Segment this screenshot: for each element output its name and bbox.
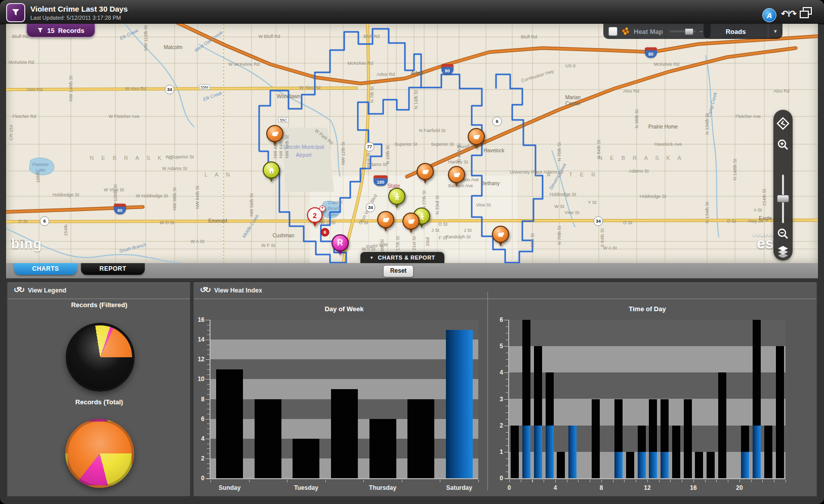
chart-tod-bar-14[interactable] [672,426,680,478]
chart-tod-filtered-bar-1[interactable] [522,426,530,478]
chart-tod-filtered-bar-9[interactable] [614,452,623,478]
legend-panel-title: View Legend [28,287,66,294]
layers-icon[interactable] [776,244,790,258]
share-links-icon[interactable]: ↶i↷ [781,9,796,19]
records-count-badge[interactable]: 15 Records [26,24,95,37]
interstate-shield: 180 [374,176,388,186]
map-canvas[interactable]: Bluff RdW Bluff RdBluff RdBluff RdW Bluf… [6,24,818,263]
tab-report[interactable]: REPORT [81,263,145,275]
zoom-slider-handle[interactable] [777,195,789,202]
heat-panel-title: View Heat Index [214,287,262,294]
x-tick-label: 0 [508,484,511,491]
chart-tod-filtered-bar-2[interactable] [534,426,542,478]
chart-tod-filtered-bar-20[interactable] [741,452,749,478]
y-tick-label: 8 [191,396,204,403]
x-tick-label: 8 [600,484,603,491]
cluster-expand-icon[interactable]: + [319,205,325,212]
records-label: Records [58,27,85,34]
us-route-shield: 34 [594,217,603,226]
basemap-label: Roads [704,28,768,35]
route-shield-red: 6 [321,228,329,237]
chart-tod-filtered-bar-3[interactable] [546,426,554,478]
legend-panel: ↺↻ View Legend Records (Filtered) Record… [7,282,190,496]
pie-records-filtered[interactable] [66,323,135,392]
slider-minus: – [699,28,703,35]
y-tick-label: 5 [490,343,503,350]
zoom-in-icon[interactable] [776,138,790,151]
charts-report-toggle[interactable]: ▼ CHARTS & REPORT [360,252,444,263]
y-tick-label: 2 [191,455,204,462]
bottom-dock: ↺↻ View Legend Records (Filtered) Record… [6,278,818,499]
app-funnel-icon [6,3,25,22]
chart-dow-bar-Wednesday[interactable] [331,389,358,478]
chart-dow-bar-Friday[interactable] [407,399,434,479]
windows-overlap-icon[interactable] [800,7,813,19]
x-tick-label: Sunday [219,484,240,491]
x-tick-label: Thursday [369,484,396,491]
app-a-icon[interactable]: A [762,8,776,22]
chart-tod-bar-15[interactable] [684,399,692,479]
y-tick-label: 16 [191,316,204,323]
chart-dow-filtered-bar-Saturday[interactable] [446,330,473,478]
chart-dow-bar-Tuesday[interactable] [293,439,319,478]
zoom-out-icon[interactable] [776,227,790,240]
chart-tod-bar-17[interactable] [707,452,715,478]
slider-handle[interactable] [685,28,693,35]
refresh-icon[interactable]: ↺↻ [200,285,210,295]
chart-tod-filtered-bar-11[interactable] [638,452,646,478]
x-tick-label: 16 [690,484,696,491]
chart-tod-bar-18[interactable] [718,372,726,478]
chart-tod-bar-16[interactable] [695,452,703,478]
chart-dow-bar-Monday[interactable] [255,399,281,479]
heatmap-label: Heat Map [634,28,663,35]
dow-chart-title: Day of Week [324,305,363,313]
chart-tod-bar-10[interactable] [626,452,634,478]
interstate-shield: 80 [645,48,657,58]
chart-tod-filtered-bar-13[interactable] [661,452,669,478]
chart-tod-filtered-bar-5[interactable] [568,426,576,478]
y-tick-label: 10 [191,375,204,383]
y-tick-label: 3 [490,396,503,403]
chart-dow-bar-Thursday[interactable] [369,419,396,478]
x-tick-label: 12 [644,484,650,491]
us-route-shield: 34 [366,203,376,213]
chart-tod-bar-23[interactable] [776,346,784,478]
heatmap-opacity-slider[interactable] [670,30,696,32]
tab-charts[interactable]: CHARTS [14,263,77,275]
pie-filtered-title: Records (Filtered) [71,301,127,309]
x-tick-label: Tuesday [294,484,318,491]
basemap-dropdown[interactable]: Roads ▼ [704,24,782,39]
us-route-shield: 6 [40,217,50,226]
interstate-shield: 80 [441,64,454,75]
chart-tod-bar-0[interactable] [511,426,519,478]
y-tick-label: 14 [191,336,204,343]
page-title: Violent Crime Last 30 Days [30,5,128,13]
chart-tod-bar-22[interactable] [764,426,772,478]
us-route-shield: 34 [165,85,175,95]
chevron-down-icon[interactable]: ▼ [768,24,782,39]
tod-chart-title: Time of Day [629,305,666,313]
heatmap-control: Heat Map – [603,24,711,39]
y-tick-label: 0 [490,475,503,482]
us-route-shield: 77 [365,142,375,152]
y-tick-label: 4 [490,369,503,376]
chart-tod-bar-4[interactable] [557,452,565,478]
y-tick-label: 12 [191,356,204,363]
pie-total-title: Records (Total) [75,398,123,406]
legend-panel-header: ↺↻ View Legend [8,283,190,299]
chart-dow-bar-Sunday[interactable] [216,369,243,478]
y-tick-label: 6 [490,316,503,323]
heat-index-panel: ↺↻ View Heat Index Day of Week Time of D… [193,282,817,496]
map-toolbar [773,110,793,261]
chart-tod-filtered-bar-21[interactable] [753,426,761,478]
y-tick-label: 4 [191,435,204,442]
heatmap-checkbox[interactable] [608,27,617,36]
pie-records-total[interactable] [65,419,134,488]
reset-button[interactable]: Reset [383,265,414,277]
chart-divider [487,292,488,490]
chart-tod-bar-7[interactable] [592,399,600,479]
chart-tod-filtered-bar-12[interactable] [649,452,657,478]
last-updated: Last Updated: 5/12/2011 3:17:28 PM [30,15,121,21]
refresh-icon[interactable]: ↺↻ [14,285,23,295]
pan-home-icon[interactable] [776,117,790,130]
